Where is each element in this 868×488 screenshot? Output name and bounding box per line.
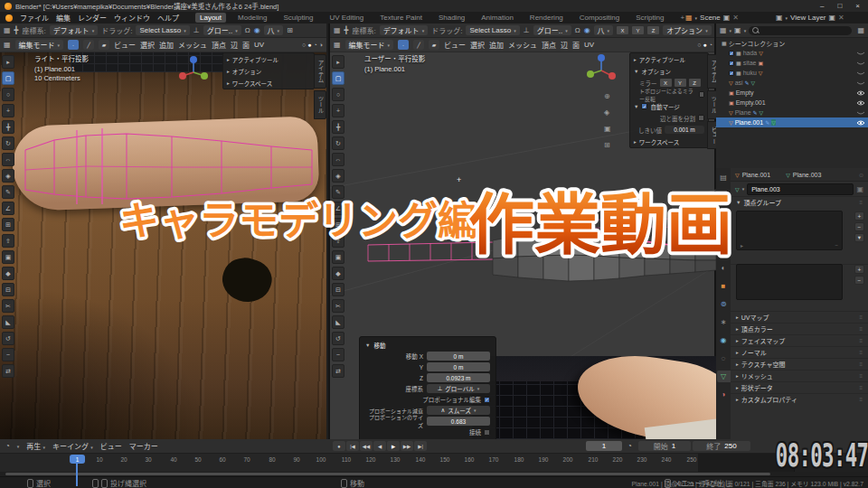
pan-hand-icon[interactable]: ◈ xyxy=(604,108,609,117)
right-viewport-canvas[interactable]: ▸ ▢ ○ + ╋ ↻ ⇔ ◈ ✎ ∠ ⊞ ⇧ ▣ ◆ ⊟ ✂ ◣ ↺ ~ ⇄ xyxy=(330,52,716,439)
shading-rendered-icon[interactable]: ◑ xyxy=(319,42,323,48)
extrude-tool[interactable]: ⇧ xyxy=(2,234,14,248)
minimize-button[interactable]: – xyxy=(820,2,824,10)
sidebar-tab-tool[interactable]: ツール xyxy=(707,90,716,119)
eye-closed-icon[interactable] xyxy=(856,50,865,57)
remove-vertex-group-button[interactable]: − xyxy=(854,222,864,231)
output-tab[interactable]: ⊡ xyxy=(717,208,731,220)
play-button[interactable]: ▶ xyxy=(387,441,400,451)
marker-menu[interactable]: マーカー xyxy=(129,441,158,451)
scrollbar-thumb[interactable] xyxy=(5,473,770,475)
shading-solid-icon[interactable]: ● xyxy=(307,42,311,48)
select-circle-tool[interactable]: ○ xyxy=(2,88,14,101)
workspace-tab-uv-editing[interactable]: UV Editing xyxy=(325,13,368,23)
use-preview-range-icon[interactable]: ◔ xyxy=(627,442,632,450)
outliner-row-empty-001[interactable]: ▣ Empty.001 xyxy=(716,98,868,108)
timeline-ruler[interactable]: 10 20 30 40 50 60 70 80 90 100 110 120 1… xyxy=(0,454,868,472)
inset-tool[interactable]: ▣ xyxy=(2,250,14,264)
datablock-name-field[interactable]: Plane.003 xyxy=(747,183,854,195)
shading-wireframe-icon[interactable]: ○ xyxy=(302,42,306,48)
annotate-tool[interactable]: ✎ xyxy=(2,185,14,199)
physics-tab[interactable]: ◉ xyxy=(717,334,731,346)
vertex-select-button[interactable]: ∙ xyxy=(398,40,409,50)
cursor-tool[interactable]: + xyxy=(2,104,14,117)
panel-workspace[interactable]: ▸ワークスペース xyxy=(223,77,314,89)
uv-menu[interactable]: UV xyxy=(254,41,264,49)
editor-type-icon[interactable]: ▦ xyxy=(720,26,727,34)
move-y-field[interactable]: 0 m xyxy=(427,362,490,371)
falloff-dropdown[interactable]: 八▾ xyxy=(264,25,284,35)
knife-tool[interactable]: ✂ xyxy=(332,299,344,313)
render-tab[interactable]: ▣ xyxy=(717,190,731,202)
transform-tool[interactable]: ◈ xyxy=(2,169,14,183)
move-z-field[interactable]: 0.0923 m xyxy=(427,373,490,382)
eye-closed-icon[interactable] xyxy=(856,70,865,77)
play-reverse-button[interactable]: ◀ xyxy=(373,441,386,451)
panel-options[interactable]: ▼オプション xyxy=(630,65,708,77)
outliner-row-sitae[interactable]: ✓ ▦ sitae ▣ xyxy=(716,58,868,68)
mode-dropdown[interactable]: 編集モード▾ xyxy=(345,40,394,50)
vertex-group-specials-button[interactable]: ▾ xyxy=(854,233,864,242)
left-viewport-canvas[interactable]: ▸ ▢ ○ + ╋ ↻ ⇔ ◈ ✎ ∠ ⊞ ⇧ ▣ ◆ ⊟ ✂ ◣ ↺ ~ ⇄ xyxy=(0,52,326,439)
editor-type-icon[interactable]: ◔ xyxy=(5,442,10,450)
rotate-tool[interactable]: ↻ xyxy=(2,136,14,150)
edge-menu[interactable]: 辺 xyxy=(231,40,238,50)
tool-tab[interactable]: ▤ xyxy=(717,172,731,183)
bevel-tool[interactable]: ◆ xyxy=(2,267,14,280)
transform-orientation-dropdown[interactable]: グロー..▾ xyxy=(533,25,571,35)
constraints-tab[interactable]: ◌ xyxy=(717,352,731,364)
texture-space-panel[interactable]: ▸テクスチャ空間≡ xyxy=(731,358,868,370)
view-menu[interactable]: ビュー xyxy=(444,40,466,50)
scene-tab[interactable]: ◎ xyxy=(717,244,731,256)
shading-wireframe-icon[interactable]: ○ xyxy=(697,42,701,48)
transform-orientation-dropdown[interactable]: グロー..▾ xyxy=(203,25,241,35)
view-layer-tab[interactable]: ▢ xyxy=(717,226,731,238)
playback-menu[interactable]: 再生 ▾ xyxy=(26,441,45,451)
orientation-dropdown[interactable]: デフォルト▾ xyxy=(50,25,99,35)
geometry-data-panel[interactable]: ▸形状データ≡ xyxy=(731,381,868,393)
mirror-x-button[interactable]: X xyxy=(617,26,628,34)
jump-end-button[interactable]: ▶| xyxy=(414,441,427,451)
snap-magnet-icon[interactable]: Ω xyxy=(575,26,580,34)
mode-dropdown[interactable]: 編集モード▾ xyxy=(15,40,64,50)
tweak-tool[interactable]: ▸ xyxy=(332,55,344,69)
record-button[interactable]: ● xyxy=(333,441,345,451)
poly-build-tool[interactable]: ◣ xyxy=(332,315,344,329)
modifiers-tab[interactable]: ⊚ xyxy=(717,298,731,310)
panel-active-tool[interactable]: ▸アクティブツール xyxy=(223,53,314,65)
new-scene-icon[interactable]: ▣ xyxy=(723,14,731,22)
remove-shape-key-button[interactable]: − xyxy=(854,276,864,285)
normals-panel[interactable]: ▸ノーマル≡ xyxy=(731,346,868,358)
shape-keys-list[interactable] xyxy=(736,264,843,300)
editor-type-icon[interactable]: ▦ xyxy=(4,41,11,49)
workspace-tab-sculpting[interactable]: Sculpting xyxy=(279,13,318,23)
outliner-search-input[interactable] xyxy=(749,26,852,35)
panel-active-tool[interactable]: ▸アクティブツール xyxy=(630,53,708,65)
face-maps-panel[interactable]: ▸フェイスマップ≡ xyxy=(731,334,868,346)
knife-tool[interactable]: ✂ xyxy=(2,299,14,313)
eye-closed-icon[interactable] xyxy=(856,60,865,67)
object-data-tab[interactable]: ▽ xyxy=(717,371,731,382)
editor-type-icon[interactable]: ▦ xyxy=(4,26,11,34)
remesh-panel[interactable]: ▸リメッシュ≡ xyxy=(731,370,868,381)
collection-checkbox[interactable]: ✓ xyxy=(729,70,734,76)
jump-start-button[interactable]: |◀ xyxy=(346,441,359,451)
menu-edit[interactable]: 編集 xyxy=(56,13,71,23)
scene-selector[interactable]: ▦ ▾ Scene ▣ ✕ xyxy=(685,13,739,23)
proportional-edit-icon[interactable]: ◉ xyxy=(584,26,590,34)
drag-mode-dropdown[interactable]: Select Lasso▾ xyxy=(136,25,189,35)
fake-user-shield-icon[interactable]: ▣ xyxy=(856,185,863,193)
scale-tool[interactable]: ⇔ xyxy=(2,153,14,166)
menu-help[interactable]: ヘルプ xyxy=(157,13,179,23)
orientation-dropdown[interactable]: デフォルト▾ xyxy=(380,25,429,35)
outliner-row-scene-collection[interactable]: ▦ シーンコレクション xyxy=(716,38,868,48)
navigation-gizmo[interactable] xyxy=(174,54,213,90)
edge-menu[interactable]: 辺 xyxy=(561,40,568,50)
workspace-tab-modeling[interactable]: Modeling xyxy=(233,13,271,23)
uv-menu[interactable]: UV xyxy=(584,41,594,49)
select-box-tool[interactable]: ▢ xyxy=(332,71,344,85)
close-button[interactable]: × xyxy=(855,2,860,10)
navigation-gizmo[interactable] xyxy=(581,52,621,89)
panel-options[interactable]: ▸オプション xyxy=(223,65,314,77)
zoom-icon[interactable]: ⊕ xyxy=(604,92,610,100)
